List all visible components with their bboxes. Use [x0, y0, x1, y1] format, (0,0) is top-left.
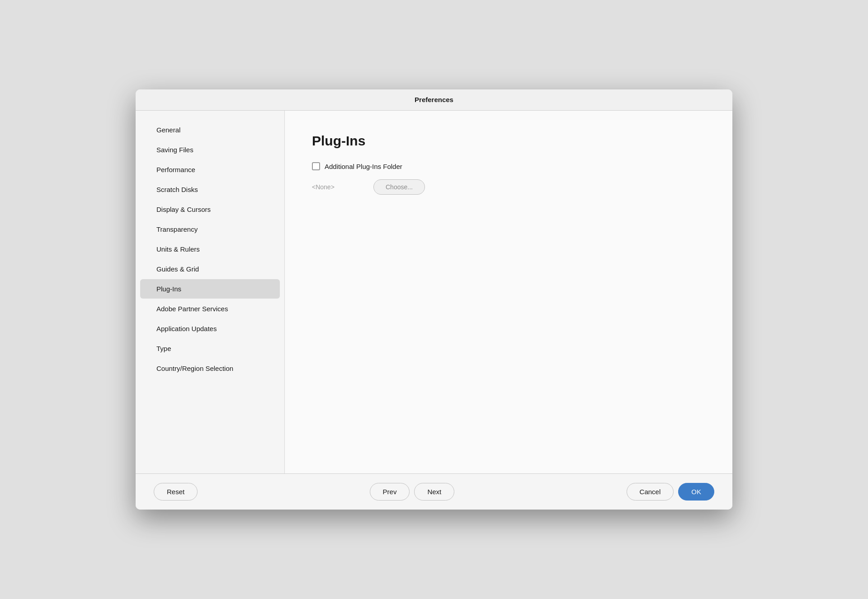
sidebar-item-general[interactable]: General [140, 120, 280, 140]
ok-button[interactable]: OK [678, 483, 714, 501]
content-area: Plug-Ins Additional Plug-Ins Folder <Non… [285, 111, 732, 473]
sidebar: GeneralSaving FilesPerformanceScratch Di… [136, 111, 285, 473]
next-button[interactable]: Next [414, 483, 454, 501]
prev-button[interactable]: Prev [370, 483, 410, 501]
sidebar-item-type[interactable]: Type [140, 339, 280, 358]
dialog-title: Preferences [415, 96, 453, 103]
dialog-header: Preferences [136, 89, 732, 111]
sidebar-item-guides-grid[interactable]: Guides & Grid [140, 259, 280, 279]
sidebar-item-country-region[interactable]: Country/Region Selection [140, 359, 280, 378]
sidebar-item-app-updates[interactable]: Application Updates [140, 319, 280, 338]
cancel-button[interactable]: Cancel [627, 483, 674, 501]
folder-path-value: <None> [312, 183, 366, 191]
page-title: Plug-Ins [312, 133, 705, 149]
additional-folder-checkbox[interactable] [312, 162, 320, 170]
sidebar-item-plug-ins[interactable]: Plug-Ins [140, 279, 280, 299]
choose-button[interactable]: Choose... [373, 179, 425, 195]
sidebar-item-adobe-partner[interactable]: Adobe Partner Services [140, 299, 280, 318]
reset-button[interactable]: Reset [154, 483, 198, 501]
additional-folder-row: Additional Plug-Ins Folder [312, 162, 705, 170]
preferences-dialog: Preferences GeneralSaving FilesPerforman… [136, 89, 732, 510]
footer-left: Reset [154, 483, 198, 501]
sidebar-item-units-rulers[interactable]: Units & Rulers [140, 239, 280, 259]
sidebar-item-saving-files[interactable]: Saving Files [140, 140, 280, 159]
sidebar-item-transparency[interactable]: Transparency [140, 220, 280, 239]
dialog-footer: Reset Prev Next Cancel OK [136, 473, 732, 510]
sidebar-item-scratch-disks[interactable]: Scratch Disks [140, 180, 280, 199]
sidebar-item-display-cursors[interactable]: Display & Cursors [140, 200, 280, 219]
additional-folder-label: Additional Plug-Ins Folder [325, 163, 402, 170]
footer-right: Cancel OK [627, 483, 714, 501]
dialog-body: GeneralSaving FilesPerformanceScratch Di… [136, 111, 732, 473]
footer-center: Prev Next [370, 483, 455, 501]
folder-row: <None> Choose... [312, 179, 705, 195]
sidebar-item-performance[interactable]: Performance [140, 160, 280, 179]
